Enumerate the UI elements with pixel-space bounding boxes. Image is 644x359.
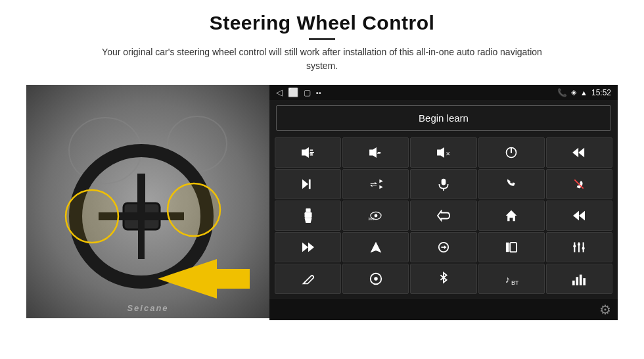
- fast-forward-button[interactable]: [275, 232, 341, 262]
- svg-marker-26: [302, 180, 308, 189]
- svg-point-9: [66, 190, 118, 243]
- svg-marker-25: [572, 148, 578, 157]
- status-bar-right: 📞 ◈ ▲ 15:52: [557, 88, 611, 97]
- switch-button[interactable]: [410, 232, 476, 262]
- svg-point-59: [582, 247, 585, 250]
- svg-text:⇌: ⇌: [370, 180, 377, 189]
- svg-marker-49: [506, 243, 509, 252]
- svg-rect-34: [306, 208, 310, 212]
- buttons-grid: + − ✕: [269, 136, 618, 299]
- svg-marker-12: [302, 147, 309, 158]
- svg-rect-67: [580, 275, 582, 285]
- phone-status-icon: 📞: [557, 88, 567, 97]
- music-button[interactable]: ♪ BT: [478, 264, 545, 294]
- recents-icon[interactable]: ▢: [304, 88, 311, 97]
- svg-marker-30: [379, 185, 382, 189]
- svg-marker-17: [369, 147, 377, 158]
- car-image-section: Seicane: [26, 85, 269, 318]
- phone-hangup-button[interactable]: [546, 169, 612, 199]
- next-button[interactable]: [275, 169, 341, 199]
- bottom-bar: ⚙: [269, 299, 618, 320]
- svg-point-57: [574, 245, 576, 247]
- power2-button[interactable]: [342, 264, 409, 294]
- svg-marker-42: [573, 211, 579, 220]
- flashlight-button[interactable]: [275, 201, 341, 231]
- vol-up-button[interactable]: +: [275, 137, 341, 168]
- brand-logo: Seicane: [127, 303, 168, 313]
- svg-rect-50: [510, 243, 517, 252]
- title-divider: [309, 38, 335, 40]
- svg-text:360°: 360°: [368, 217, 376, 221]
- sim-icon: ▪▪: [316, 89, 321, 97]
- begin-learn-area: Begin learn: [269, 100, 618, 136]
- mic-button[interactable]: [410, 169, 476, 199]
- svg-point-10: [168, 183, 220, 236]
- power-button[interactable]: [478, 137, 545, 168]
- home-icon[interactable]: ⬜: [288, 87, 298, 97]
- status-bar: ◁ ⬜ ▢ ▪▪ 📞 ◈ ▲ 15:52: [269, 85, 618, 100]
- svg-marker-24: [578, 148, 584, 157]
- settings-gear-icon[interactable]: ⚙: [599, 302, 611, 318]
- 360-view-button[interactable]: 360°: [342, 201, 409, 231]
- back-nav-button[interactable]: [410, 201, 476, 231]
- svg-rect-35: [304, 212, 311, 218]
- phone-answer-button[interactable]: [478, 169, 545, 199]
- svg-marker-40: [506, 210, 517, 222]
- record-button[interactable]: [478, 232, 545, 262]
- page-container: Steering Wheel Control Your original car…: [0, 0, 644, 359]
- pen-button[interactable]: [275, 264, 341, 294]
- home-nav-button[interactable]: [478, 201, 545, 231]
- svg-point-58: [578, 243, 580, 246]
- content-area: Seicane ◁ ⬜ ▢ ▪▪ 📞 ◈: [26, 85, 618, 318]
- svg-marker-29: [379, 180, 382, 183]
- wifi-icon: ◈: [571, 88, 576, 97]
- shuffle-button[interactable]: ⇌: [342, 169, 409, 199]
- prev-prev-button[interactable]: [546, 137, 612, 168]
- android-screen: ◁ ⬜ ▢ ▪▪ 📞 ◈ ▲ 15:52 Begin learn: [269, 85, 618, 318]
- svg-text:+: +: [309, 150, 313, 157]
- begin-learn-button[interactable]: Begin learn: [276, 105, 611, 131]
- svg-rect-65: [572, 281, 575, 285]
- bluetooth-button[interactable]: [410, 264, 476, 294]
- vol-down-button[interactable]: −: [342, 137, 409, 168]
- svg-text:−: −: [377, 150, 381, 157]
- svg-text:BT: BT: [511, 279, 518, 286]
- svg-rect-66: [576, 277, 579, 285]
- page-title: Steering Wheel Control: [92, 12, 552, 34]
- car-image-bg: Seicane: [26, 85, 269, 318]
- svg-rect-27: [308, 180, 310, 189]
- svg-point-62: [374, 277, 378, 281]
- vol-mute-button[interactable]: ✕: [410, 137, 476, 168]
- bars-button[interactable]: [546, 264, 612, 294]
- svg-marker-36: [304, 218, 311, 223]
- signal-icon: ▲: [580, 89, 587, 97]
- svg-rect-68: [584, 278, 586, 285]
- svg-marker-45: [370, 242, 381, 253]
- svg-marker-20: [437, 147, 444, 158]
- svg-text:♪: ♪: [505, 274, 510, 285]
- clock: 15:52: [591, 88, 611, 97]
- title-section: Steering Wheel Control Your original car…: [92, 12, 552, 73]
- svg-marker-44: [308, 243, 314, 252]
- back-arrow-icon[interactable]: ◁: [276, 87, 283, 97]
- svg-marker-41: [579, 211, 585, 220]
- svg-marker-48: [444, 245, 447, 249]
- subtitle: Your original car's steering wheel contr…: [92, 45, 552, 73]
- svg-text:✕: ✕: [446, 151, 451, 157]
- navigation-button[interactable]: [342, 232, 409, 262]
- equalizer-button[interactable]: [546, 232, 612, 262]
- svg-rect-31: [442, 179, 446, 185]
- status-bar-left: ◁ ⬜ ▢ ▪▪: [276, 87, 321, 97]
- skip-back-button[interactable]: [546, 201, 612, 231]
- svg-marker-43: [302, 243, 308, 252]
